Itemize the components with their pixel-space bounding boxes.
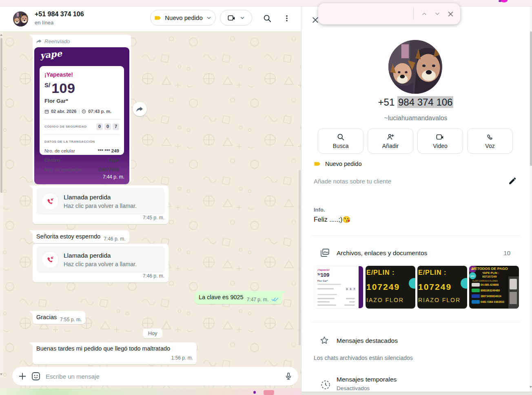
search-icon: [263, 14, 272, 23]
call-back-card[interactable]: Llamada perdida Haz clic para volver a l…: [36, 188, 165, 215]
date-divider: Hoy: [143, 329, 162, 338]
voice-call-contact-button[interactable]: Voz: [467, 128, 513, 154]
chat-menu-button[interactable]: [282, 13, 292, 24]
yape-recipient: Flor Gar*: [44, 97, 119, 105]
contact-avatar[interactable]: [388, 40, 442, 94]
missed-call-message: Llamada perdida Haz clic para volver a l…: [33, 185, 168, 224]
forwarded-label: Reenviado: [44, 38, 70, 45]
contact-actions: Busca Añadir Video Voz: [318, 128, 513, 154]
yape-payment-message[interactable]: Reenviado yape ¡Yapeaste! S/109 Flor Gar…: [33, 35, 131, 183]
missed-call-message: Llamada perdida Haz clic para volver a l…: [33, 244, 168, 282]
message-input[interactable]: [45, 373, 280, 380]
chevron-down-icon: [239, 15, 245, 21]
clock-icon: [82, 109, 86, 114]
forward-arrow-icon: [36, 39, 42, 44]
find-input[interactable]: [325, 7, 413, 20]
video-call-button[interactable]: [220, 10, 252, 26]
new-order-dropdown[interactable]: Nuevo pedido: [150, 10, 216, 26]
security-code-digits: 0 0 7: [96, 123, 119, 130]
find-previous-button[interactable]: [418, 7, 431, 20]
yape-receipt: ¡Yapeaste! S/109 Flor Gar* 02 abr. 2026 …: [40, 66, 124, 155]
bottom-gray-strip: [301, 392, 532, 395]
left-scrollbar[interactable]: [0, 31, 3, 378]
message-time: 7:47 p. m.: [247, 297, 268, 302]
media-thumb-yape-receipt[interactable]: ¡Yapeaste! S/109 Flor Gar* 007: [314, 266, 364, 309]
tag-icon: [154, 14, 162, 22]
chevron-down-icon: [434, 11, 441, 17]
video-camera-icon: [436, 133, 445, 141]
find-in-page-bar: [318, 3, 460, 24]
chevron-up-icon: [421, 11, 428, 17]
media-files-row[interactable]: Archivos, enlaces y documentos 10: [301, 245, 530, 263]
yape-card: yape ¡Yapeaste! S/109 Flor Gar* 02 abr. …: [34, 47, 129, 184]
missed-call-icon: [42, 252, 58, 268]
thumb-amount: S/109: [317, 272, 329, 278]
video-call-contact-button[interactable]: Video: [417, 128, 463, 154]
find-next-button[interactable]: [431, 7, 444, 20]
archived-muted-note: Los chats archivados están silenciados: [314, 355, 413, 361]
forwarded-row: Reenviado: [34, 36, 129, 47]
new-order-label: Nuevo pedido: [165, 14, 203, 21]
disappearing-messages-icon: [320, 380, 331, 392]
chat-status: en línea: [35, 20, 53, 26]
disappearing-messages-value: Desactivados: [337, 385, 370, 391]
search-in-chat-button[interactable]: [262, 13, 273, 24]
selected-text: 984 374 106: [397, 96, 453, 108]
forward-message-button[interactable]: [133, 102, 147, 116]
pencil-icon: [508, 177, 517, 185]
security-code-label: CÓDIGO DE SEGURIDAD: [44, 123, 87, 130]
close-icon: [447, 11, 454, 18]
mic-icon[interactable]: [284, 371, 293, 381]
yape-amount: S/109: [44, 81, 119, 95]
thumb-title: ¡Yapeaste!: [317, 269, 330, 271]
composer-bar: [12, 367, 298, 386]
chat-scrollbar[interactable]: [299, 170, 301, 345]
thumb-name: Flor Gar*: [317, 280, 328, 282]
missed-call-icon: [42, 193, 58, 210]
transaction-data-label: DATOS DE LA TRANSACCIÓN: [44, 138, 119, 146]
sticker-emoji-icon[interactable]: [31, 371, 41, 381]
chat-column: +51 984 374 106 en línea Nuevo pedido: [0, 6, 301, 395]
customer-notes-field[interactable]: Añade notas sobre tu cliente: [314, 178, 391, 185]
find-close-button[interactable]: [444, 7, 457, 20]
order-status-chip[interactable]: Nuevo pedido: [314, 160, 362, 168]
bottom-window-strip: [0, 388, 301, 395]
media-thumb-plin-ad[interactable]: E/PLIN : 107249 IAZO FLOR: [366, 266, 415, 309]
media-thumb-payment-methods[interactable]: MÉTODOS DE PAGO yp plin YAPE·PLIN : 9371…: [469, 266, 519, 309]
plin-logo-fragment: [409, 278, 415, 289]
media-icon: [319, 248, 330, 259]
tx-row: DestinoYape: [44, 157, 119, 164]
message-time: 1:56 p. m.: [36, 354, 193, 362]
tx-row: Nro. de celular*** *** 249: [44, 147, 119, 155]
call-back-card[interactable]: Llamada perdida Haz clic para volver a l…: [36, 246, 165, 273]
edit-notes-button[interactable]: [508, 177, 518, 186]
panel-scrollbar[interactable]: [530, 6, 532, 395]
chat-title[interactable]: +51 984 374 106: [35, 11, 84, 18]
attach-plus-icon[interactable]: [18, 372, 27, 381]
contact-info-panel: +51 984 374 106 ~luciahuamandavalos Busc…: [301, 6, 532, 395]
order-status-label: Nuevo pedido: [325, 161, 362, 167]
incoming-message: Señorita estoy esperndo7:46 p. m.: [33, 230, 129, 243]
outgoing-message: La clave es 90257:47 p. m.: [195, 291, 282, 304]
search-contact-button[interactable]: Busca: [318, 128, 364, 154]
starred-messages-row[interactable]: Mensajes destacados: [301, 332, 530, 350]
forward-arrow-icon: [136, 106, 144, 113]
plin-logo-chip: plin: [469, 272, 476, 279]
divider: [311, 235, 520, 236]
star-icon: [319, 335, 329, 347]
chat-avatar[interactable]: [13, 11, 28, 26]
disappearing-messages-label[interactable]: Mensajes temporales: [337, 376, 397, 383]
search-icon: [337, 133, 345, 141]
missed-call-subtitle: Haz clic para volver a llamar.: [64, 202, 137, 210]
yape-date-time: 02 abr. 2026 | 07:43 p. m.: [44, 108, 119, 115]
media-thumbnails: ¡Yapeaste! S/109 Flor Gar* 007 E/PLIN : …: [314, 266, 519, 309]
message-text: Gracias: [36, 314, 57, 320]
tx-row: Nro. de operación23077007: [44, 166, 119, 174]
message-list[interactable]: Reenviado yape ¡Yapeaste! S/109 Flor Gar…: [0, 31, 301, 395]
message-time: 7:44 p. m.: [103, 173, 124, 181]
kebab-menu-icon: [283, 14, 291, 22]
pos-terminal-image: [508, 276, 519, 309]
divider: [311, 322, 520, 322]
media-thumb-plin-ad[interactable]: E/PLIN : 107249 RIAZO FLOR: [417, 266, 467, 309]
add-contact-button[interactable]: Añadir: [368, 128, 413, 154]
